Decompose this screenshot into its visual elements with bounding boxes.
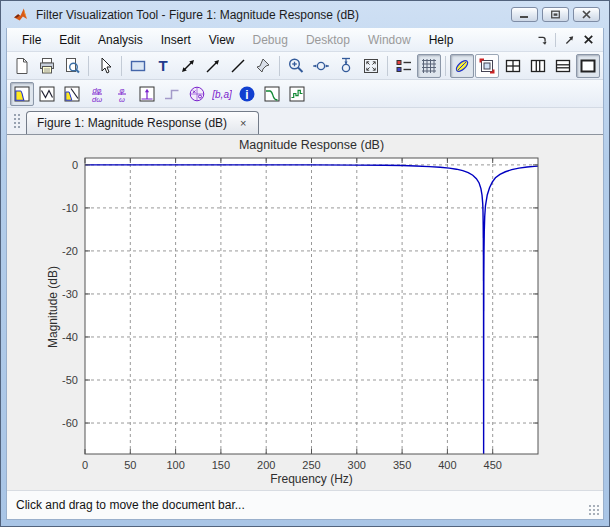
y-tick-label: -20 — [62, 245, 78, 257]
pin-icon — [253, 56, 273, 76]
layout-columns-icon — [528, 56, 548, 76]
phase-response-button[interactable] — [35, 82, 59, 106]
resize-grip-icon[interactable] — [588, 504, 600, 516]
menu-edit[interactable]: Edit — [50, 30, 89, 50]
client-area: File Edit Analysis Insert View Debug Des… — [6, 28, 604, 520]
insert-arrow-button[interactable] — [201, 54, 225, 78]
tab-label: Figure 1: Magnitude Response (dB) — [37, 116, 227, 130]
restore-icon — [550, 10, 561, 19]
app-window: Filter Visualization Tool - Figure 1: Ma… — [0, 0, 610, 527]
status-text: Click and drag to move the document bar.… — [16, 498, 245, 512]
document-bar-grip-icon[interactable] — [13, 113, 20, 129]
menu-view[interactable]: View — [200, 30, 244, 50]
dock-arrow-icon[interactable] — [535, 33, 549, 47]
toolbar-separator — [88, 56, 89, 76]
arrow-icon — [203, 56, 223, 76]
y-tick-label: -50 — [62, 374, 78, 386]
title-bar[interactable]: Filter Visualization Tool - Figure 1: Ma… — [6, 1, 604, 28]
toolbar-separator — [279, 56, 280, 76]
insert-line-button[interactable] — [226, 54, 250, 78]
layout-columns-button[interactable] — [526, 54, 550, 78]
magnitude-response-button[interactable] — [10, 82, 34, 106]
phase-delay-button[interactable]: φ ω — [110, 82, 134, 106]
menu-desktop: Desktop — [297, 30, 359, 50]
restore-button[interactable] — [542, 7, 569, 22]
zoom-x-button[interactable] — [309, 54, 333, 78]
x-tick-label: 400 — [438, 459, 456, 471]
tab-figure-1[interactable]: Figure 1: Magnitude Response (dB) × — [26, 111, 259, 134]
chart-xlabel: Frequency (Hz) — [85, 472, 538, 486]
menu-file[interactable]: File — [13, 30, 50, 50]
magnitude-response-plot[interactable]: 0501001502002503003504004500-10-20-30-40… — [7, 135, 604, 490]
coefficients-button[interactable]: [b,a] — [210, 82, 234, 106]
figure-canvas[interactable]: Magnitude Response (dB) 0501001502002503… — [7, 135, 603, 490]
insert-double-arrow-button[interactable] — [176, 54, 200, 78]
new-button[interactable] — [10, 54, 34, 78]
full-view-icon — [361, 56, 381, 76]
menu-help[interactable]: Help — [420, 30, 463, 50]
magnitude-phase-button[interactable] — [60, 82, 84, 106]
svg-text:ω: ω — [119, 94, 125, 103]
x-tick-label: 0 — [82, 459, 88, 471]
pin-button[interactable] — [251, 54, 275, 78]
undock-arrow-icon[interactable] — [562, 33, 576, 47]
phase-response-icon — [37, 84, 57, 104]
magnitude-estimate-button[interactable] — [260, 82, 284, 106]
y-tick-label: -10 — [62, 202, 78, 214]
tab-close-icon[interactable]: × — [237, 118, 249, 129]
magnitude-estimate-icon — [262, 84, 282, 104]
pointer-icon — [95, 56, 115, 76]
x-tick-label: 450 — [484, 459, 502, 471]
insert-rectangle-button[interactable] — [126, 54, 150, 78]
print-preview-button[interactable] — [60, 54, 84, 78]
magnitude-response-icon — [12, 84, 32, 104]
layout-rows-icon — [553, 56, 573, 76]
print-button[interactable] — [35, 54, 59, 78]
svg-text:dφ: dφ — [92, 85, 101, 94]
menu-right-separator — [555, 33, 556, 47]
edit-plot-button[interactable] — [93, 54, 117, 78]
impulse-response-button[interactable] — [135, 82, 159, 106]
design-mask-button[interactable] — [450, 54, 474, 78]
full-view-button[interactable] — [359, 54, 383, 78]
toolbar-separator — [445, 56, 446, 76]
svg-text:φ: φ — [120, 85, 125, 94]
close-document-icon[interactable] — [582, 33, 595, 46]
document-bar[interactable]: Figure 1: Magnitude Response (dB) × — [7, 108, 603, 135]
layout-rows-button[interactable] — [551, 54, 575, 78]
legend-toggle-button[interactable] — [392, 54, 416, 78]
step-response-button[interactable] — [160, 82, 184, 106]
window-title: Filter Visualization Tool - Figure 1: Ma… — [36, 8, 511, 22]
analysis-toolbar: dφ dω φ ω — [7, 80, 603, 108]
zoom-y-icon — [336, 56, 356, 76]
grid-toggle-button[interactable] — [417, 54, 441, 78]
minimize-icon — [519, 10, 530, 19]
minimize-button[interactable] — [511, 7, 538, 22]
layout-grid-button[interactable] — [501, 54, 525, 78]
design-mask-icon — [452, 56, 472, 76]
magnitude-phase-icon — [62, 84, 82, 104]
rectangle-icon — [128, 56, 148, 76]
pole-zero-button[interactable] — [185, 82, 209, 106]
filter-info-button[interactable]: i — [235, 82, 259, 106]
layout-single-button[interactable] — [576, 54, 600, 78]
link-figure-icon — [477, 56, 497, 76]
zoom-y-button[interactable] — [334, 54, 358, 78]
menu-analysis[interactable]: Analysis — [89, 30, 152, 50]
filter-info-icon: i — [237, 84, 257, 104]
group-delay-button[interactable]: dφ dω — [85, 82, 109, 106]
status-bar: Click and drag to move the document bar.… — [7, 490, 603, 519]
step-response-icon — [162, 84, 182, 104]
zoom-in-button[interactable] — [284, 54, 308, 78]
close-button[interactable] — [573, 7, 600, 22]
svg-text:[b,a]: [b,a] — [212, 88, 232, 99]
phase-delay-icon: φ ω — [112, 84, 132, 104]
insert-text-button[interactable]: T — [151, 54, 175, 78]
x-tick-label: 50 — [124, 459, 136, 471]
menu-insert[interactable]: Insert — [152, 30, 200, 50]
link-figure-button[interactable] — [475, 54, 499, 78]
x-tick-label: 300 — [348, 459, 366, 471]
noise-psd-button[interactable] — [285, 82, 309, 106]
print-icon — [37, 56, 57, 76]
zoom-x-icon — [311, 56, 331, 76]
